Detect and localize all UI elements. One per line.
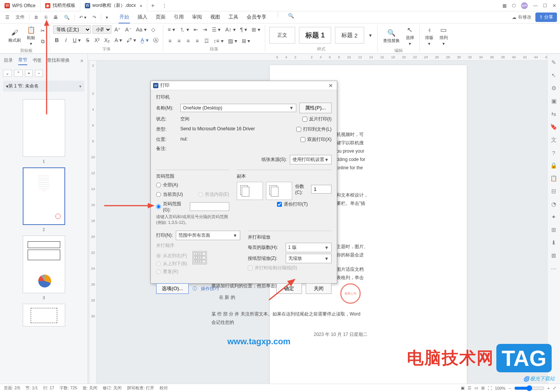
nav-section-item[interactable]: ▾ 第 1 节: 未命名▾	[3, 81, 84, 92]
style-heading2[interactable]: 标题 2	[335, 27, 364, 44]
more-panel-icon[interactable]: ⋯	[551, 265, 557, 272]
pie-icon[interactable]: ◔	[551, 201, 556, 208]
more-quick-icon[interactable]: ▾	[103, 13, 110, 22]
export-icon[interactable]: ⎘	[42, 13, 50, 22]
zoom-in-icon[interactable]: +	[547, 386, 550, 390]
paste-button[interactable]: 📋粘贴 ▾	[25, 25, 38, 47]
zoom-out-icon[interactable]: −	[508, 386, 511, 390]
numbering-icon[interactable]: ⒈ ▾	[178, 25, 191, 35]
preview-icon[interactable]: 🔍	[62, 13, 72, 22]
shrink-font-icon[interactable]: A⁻	[124, 25, 133, 34]
undo-icon[interactable]: ↶ ▾	[77, 13, 89, 22]
bullets-icon[interactable]: ≡ ▾	[166, 25, 177, 35]
tab-tools[interactable]: 工具	[228, 11, 239, 23]
settings-icon[interactable]: ⚙	[551, 85, 556, 92]
close-panel-icon[interactable]: ⊠	[551, 252, 556, 259]
text-effect-icon[interactable]: A ▾	[113, 36, 123, 45]
tab-ref[interactable]: 引用	[173, 11, 185, 23]
translate-icon[interactable]: 文	[551, 136, 557, 144]
subscript-icon[interactable]: X₂	[103, 36, 111, 45]
nav-expand-button[interactable]: ⌃	[14, 70, 23, 77]
paper-source-select[interactable]: 使用打印机设置▼	[290, 155, 332, 164]
range-pages-radio[interactable]: 页码范围(G):	[156, 201, 229, 212]
tab-stops-icon[interactable]: ⊞ ▾	[240, 36, 252, 45]
line-spacing-icon[interactable]: ↕≡ ▾	[212, 36, 225, 45]
nav-tab-findrep[interactable]: 查找和替换	[47, 57, 70, 65]
reverse-print-checkbox[interactable]: 反片打印(I)	[302, 116, 332, 122]
status-spell[interactable]: 拼写检查: 打开	[127, 385, 154, 391]
hamburger-icon[interactable]: ☰	[3, 13, 12, 22]
transform-icon[interactable]: ⇆	[551, 111, 556, 117]
grow-font-icon[interactable]: A⁺	[113, 25, 122, 34]
thumbnail-page[interactable]	[23, 304, 65, 326]
horizontal-ruler[interactable]: 6422468101214161820222426283032343638404…	[88, 54, 547, 61]
format-painter-button[interactable]: 🖌格式刷	[6, 28, 23, 44]
zoom-fit-icon[interactable]: ⛶	[488, 386, 492, 390]
shading-icon[interactable]: ▨ ▾	[227, 36, 239, 45]
status-track[interactable]: 改: 关闭	[83, 385, 97, 391]
close-icon[interactable]: ✕	[552, 3, 556, 8]
nav-tab-bookmarks[interactable]: 书签	[33, 57, 42, 65]
search-icon[interactable]: 🔍	[286, 11, 296, 23]
dialog-close-icon[interactable]: ✕	[327, 83, 335, 89]
status-section[interactable]: 节: 1/1	[25, 385, 38, 391]
italic-icon[interactable]: I	[62, 36, 70, 45]
cut-icon[interactable]: ✂	[39, 26, 47, 35]
circled-char-icon[interactable]: Ⓐ	[152, 36, 160, 45]
style-heading1[interactable]: 标题 1	[299, 27, 331, 44]
vertical-ruler[interactable]: 224681012141618202224262830	[90, 61, 97, 392]
style-normal[interactable]: 正文	[269, 27, 295, 44]
thumbnail-page[interactable]: ────────────────────────────────────────…	[23, 167, 65, 225]
select-button[interactable]: ↖选择 ▾	[404, 25, 416, 47]
duplex-checkbox[interactable]: 双面打印(X)	[300, 136, 332, 143]
view-print-icon[interactable]: ▣	[461, 386, 465, 390]
grid-icon[interactable]: ▦	[502, 3, 507, 8]
print-what-select[interactable]: 范围中所有页面▼	[176, 231, 240, 240]
outdent-icon[interactable]: ⇤	[192, 25, 200, 35]
char-scale-icon[interactable]: ☰ ▾	[210, 25, 222, 35]
collate-checkbox[interactable]: 逐份打印(T)	[277, 201, 332, 208]
share-button[interactable]: ⇪ 分享	[535, 12, 557, 22]
avatar[interactable]: WP	[521, 2, 528, 9]
tab-menu-button[interactable]: ⋮	[158, 3, 171, 8]
underline-icon[interactable]: U ▾	[71, 36, 82, 45]
tab-close-icon[interactable]: ●	[140, 3, 142, 8]
styles-more-icon[interactable]: ▾	[367, 31, 374, 40]
align-left-icon[interactable]: ≡	[166, 36, 174, 45]
bookmark-icon[interactable]: 🔖	[550, 123, 557, 130]
lock-icon[interactable]: 🔒	[550, 162, 557, 169]
download-icon[interactable]: ⬇	[551, 239, 556, 246]
paragraph-mark-icon[interactable]: ¶ ▾	[239, 25, 249, 35]
sort-icon[interactable]: A↕ ▾	[224, 25, 237, 35]
find-replace-button[interactable]: 🔍查找替换	[381, 28, 402, 44]
pencil-icon[interactable]: ✎	[551, 59, 556, 66]
strike-icon[interactable]: S̶	[84, 36, 91, 45]
fullscreen-icon[interactable]: ⤢	[553, 386, 556, 390]
tips-link[interactable]: 操作技巧	[201, 286, 219, 292]
zoom-slider[interactable]	[514, 385, 544, 391]
view-web-icon[interactable]: ▭	[474, 386, 478, 390]
zoom-value[interactable]: 100%	[495, 386, 505, 390]
nav-remove-button[interactable]: −	[35, 70, 42, 77]
scale-select[interactable]: 无缩放▼	[286, 254, 332, 263]
thumbnail-page[interactable]	[23, 236, 65, 293]
puzzle-icon[interactable]: ⊞	[551, 226, 556, 233]
view-read-icon[interactable]: ☰	[468, 386, 471, 390]
print-to-file-checkbox[interactable]: 打印到文件(L)	[296, 126, 332, 133]
maximize-icon[interactable]: ☐	[543, 3, 547, 8]
nav-tab-outline[interactable]: 目录	[4, 57, 13, 65]
bold-icon[interactable]: B	[53, 36, 61, 45]
nav-add-button[interactable]: +	[25, 70, 33, 77]
printer-name-select[interactable]: OneNote (Desktop)▼	[180, 104, 296, 112]
tab-wps-home[interactable]: W WPS Office	[0, 0, 41, 11]
copy-icon[interactable]: ⧉	[39, 37, 47, 46]
change-case-icon[interactable]: Aa ▾	[135, 25, 148, 34]
font-color-icon[interactable]: A̲ ▾	[139, 36, 150, 45]
tab-view[interactable]: 视图	[210, 11, 221, 23]
font-name-select[interactable]: 等线 (正文)	[53, 25, 91, 34]
align-center-icon[interactable]: ≡	[175, 36, 183, 45]
pages-per-sheet-select[interactable]: 1 版▼	[286, 243, 332, 252]
gallery-icon[interactable]: ▣	[551, 98, 557, 105]
status-revise[interactable]: 修订: 关闭	[103, 385, 122, 391]
typeset-button[interactable]: ⫞排版 ▾	[423, 25, 436, 47]
